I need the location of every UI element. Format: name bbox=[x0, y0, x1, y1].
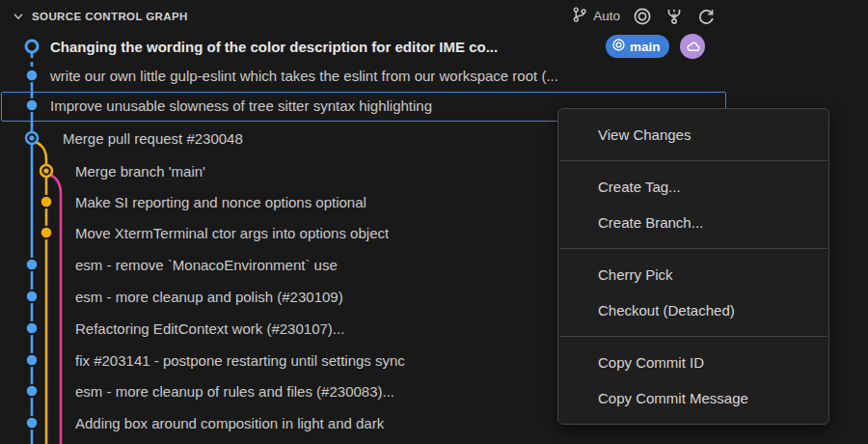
git-fetch-icon[interactable] bbox=[665, 7, 684, 26]
git-branch-icon bbox=[571, 6, 588, 27]
menu-item-cherry-pick[interactable]: Cherry Pick bbox=[558, 257, 828, 292]
menu-item-create-tag[interactable]: Create Tag... bbox=[558, 169, 828, 205]
commit-message: write our own little gulp-eslint which t… bbox=[50, 68, 558, 84]
menu-separator bbox=[559, 248, 827, 249]
menu-item-copy-commit-id[interactable]: Copy Commit ID bbox=[558, 345, 828, 380]
commit-message: esm - more cleanup and polish (#230109) bbox=[75, 289, 343, 305]
branch-badge: main bbox=[606, 35, 669, 58]
commit-message: Improve unusable slowness of tree sitter… bbox=[50, 97, 432, 114]
header-actions: Auto bbox=[571, 0, 716, 32]
commit-message: esm - remove `MonacoEnvironment` use bbox=[75, 257, 338, 273]
menu-item-create-branch[interactable]: Create Branch... bbox=[558, 205, 828, 240]
chevron-down-icon[interactable] bbox=[12, 10, 25, 23]
target-icon[interactable] bbox=[633, 7, 652, 26]
commit-message: Refactoring EditContext work (#230107)..… bbox=[75, 320, 344, 337]
target-icon bbox=[611, 38, 626, 55]
commit-message: Changing the wording of the color descri… bbox=[50, 39, 498, 55]
menu-item-copy-commit-message[interactable]: Copy Commit Message bbox=[558, 380, 828, 416]
branch-badge-label: main bbox=[630, 40, 661, 54]
commit-row[interactable]: write our own little gulp-eslint which t… bbox=[0, 65, 726, 86]
menu-item-view-changes[interactable]: View Changes bbox=[558, 117, 828, 153]
commit-row[interactable]: Changing the wording of the color descri… bbox=[0, 36, 726, 57]
menu-separator bbox=[559, 160, 827, 161]
commit-message: Merge pull request #230048 bbox=[63, 130, 243, 147]
menu-separator bbox=[559, 336, 827, 337]
commit-message: fix #203141 - postpone restarting until … bbox=[75, 352, 405, 369]
cloud-badge bbox=[680, 34, 705, 59]
commit-message: Move XtermTerminal ctor args into option… bbox=[75, 225, 389, 241]
commit-message: esm - more cleanup of rules and files (#… bbox=[75, 383, 394, 400]
commit-context-menu: View Changes Create Tag... Create Branch… bbox=[557, 108, 829, 425]
commit-message: Adding box around composition in light a… bbox=[75, 415, 384, 431]
refresh-icon[interactable] bbox=[696, 7, 716, 26]
commit-message: Make SI reporting and nonce options opti… bbox=[75, 194, 366, 210]
commit-message: Merge branch 'main' bbox=[75, 163, 205, 180]
menu-item-checkout-detached[interactable]: Checkout (Detached) bbox=[558, 292, 828, 328]
source-control-graph-header: SOURCE CONTROL GRAPH Auto bbox=[0, 0, 868, 32]
panel-title: SOURCE CONTROL GRAPH bbox=[32, 11, 188, 22]
cloud-icon bbox=[685, 39, 701, 55]
auto-label: Auto bbox=[593, 9, 620, 23]
repository-picker-button[interactable]: Auto bbox=[571, 6, 620, 27]
